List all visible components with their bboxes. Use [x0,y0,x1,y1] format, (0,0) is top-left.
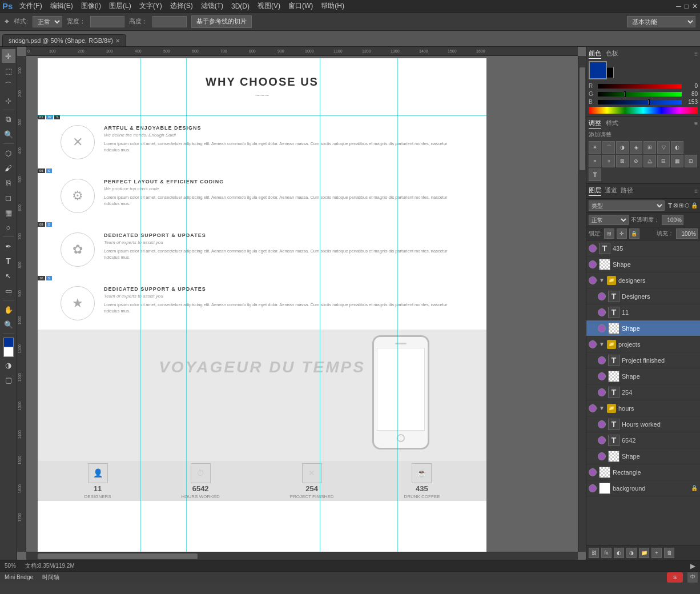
layer-visibility-shape-selected[interactable] [598,324,606,332]
layer-visibility-shape1[interactable] [589,260,597,268]
play-btn[interactable]: ▶ [690,562,695,570]
layer-type-select[interactable]: 类型 [589,200,665,211]
menu-select[interactable]: 选择(S) [167,0,196,12]
layer-item-254[interactable]: T 254 [586,384,700,400]
layer-item-shape-hours[interactable]: Shape [586,448,700,464]
adj-btn-bw[interactable]: ◐ [671,141,683,154]
layer-item-background[interactable]: background 🔒 [586,480,700,496]
clone-tool[interactable]: ⎘ [2,176,15,190]
layers-menu[interactable]: ≡ [694,188,698,194]
menu-text[interactable]: 文字(Y) [136,0,166,12]
layer-item-designers-group[interactable]: ▼ 📁 designers [586,272,700,288]
layer-item-11[interactable]: T 11 [586,304,700,320]
marquee-tool[interactable]: ⬚ [2,64,15,78]
window-close[interactable]: ✕ [692,2,698,10]
menu-filter[interactable]: 滤镜(T) [198,0,227,12]
adj-btn-exposure[interactable]: ◑ [616,141,629,154]
layer-visibility-rectangle[interactable] [589,468,597,476]
group-expand-projects[interactable]: ▼ [599,341,605,347]
canvas-scroll[interactable]: WHY CHOOSE US ~~~ 01 07 S ✕ ARTFUL & ENJ… [26,56,578,552]
adj-btn-gradient[interactable]: ▦ [671,155,683,167]
menu-edit[interactable]: 编辑(E) [47,0,77,12]
window-maximize[interactable]: □ [685,2,689,10]
layer-visibility-435[interactable] [589,244,597,252]
slice-button[interactable]: 基于参考线的切片 [191,15,252,28]
menu-file[interactable]: 文件(F) [16,0,45,12]
channels-tab[interactable]: 通道 [605,186,617,196]
layer-visibility-254[interactable] [598,388,606,396]
adj-btn-curves[interactable]: ⌒ [602,141,615,154]
adj-btn-brightness[interactable]: ☀ [589,141,601,154]
layer-visibility-project-finished[interactable] [598,356,606,364]
adj-btn-colorbalance[interactable]: ▽ [657,141,670,154]
gradient-tool[interactable]: ▦ [2,206,15,219]
adj-btn-text[interactable]: T [589,168,601,181]
menu-view[interactable]: 视图(V) [254,0,284,12]
layer-visibility-shape-hours[interactable] [598,452,606,460]
brush-tool[interactable]: 🖌 [2,161,15,175]
layer-item-hours-worked[interactable]: T Hours worked [586,416,700,432]
vertical-scrollbar[interactable] [578,56,586,552]
adj-btn-posterize[interactable]: ⧋ [643,155,656,167]
group-expand-designers[interactable]: ▼ [599,277,605,283]
group-expand-hours[interactable]: ▼ [599,405,605,411]
text-tool[interactable]: T [2,254,15,268]
adj-panel-menu[interactable]: ≡ [694,121,698,127]
menu-help[interactable]: 帮助(H) [317,0,348,12]
width-input[interactable] [90,16,124,27]
color-spectrum[interactable] [589,107,698,114]
mini-bridge-tab[interactable]: Mini Bridge [2,574,35,580]
group-btn[interactable]: 📁 [639,548,649,558]
layer-visibility-11[interactable] [598,308,606,316]
layer-visibility-projects-group[interactable] [589,340,597,348]
dodge-tool[interactable]: ○ [2,220,15,234]
adjustment-btn[interactable]: ◑ [626,548,637,558]
eyedropper-tool[interactable]: 🔍 [2,127,15,141]
layer-visibility-background[interactable] [589,484,597,492]
screen-mode[interactable]: ▢ [2,373,15,387]
layer-item-435[interactable]: T 435 [586,240,700,256]
layer-visibility-shape-projects[interactable] [598,372,606,380]
zoom-tool[interactable]: 🔍 [2,318,15,331]
horizontal-scrollbar[interactable] [26,552,578,560]
styles-tab[interactable]: 样式 [606,119,618,129]
adj-btn-threshold[interactable]: ⊟ [657,155,670,167]
layer-item-6542[interactable]: T 6542 [586,432,700,448]
shape-tool[interactable]: ▭ [2,284,15,298]
chinese-mode-indicator[interactable]: 中 [687,572,698,583]
new-layer-btn[interactable]: + [651,548,662,558]
lock-pixel-btn[interactable]: ⊞ [604,228,614,239]
layer-visibility-designers-text[interactable] [598,292,606,300]
hand-tool[interactable]: ✋ [2,303,15,316]
layer-item-shape1[interactable]: Shape [586,256,700,272]
background-color[interactable] [3,347,14,357]
patch-tool[interactable]: ⬡ [2,146,15,160]
layer-item-rectangle[interactable]: Rectangle [586,464,700,480]
menu-layer[interactable]: 图层(L) [106,0,135,12]
adj-btn-hue[interactable]: ⊞ [643,141,656,154]
mode-select[interactable]: 正常 [33,16,62,27]
timeline-tab[interactable]: 时间轴 [40,573,62,581]
paths-tab[interactable]: 路径 [621,186,633,196]
eraser-tool[interactable]: ◻ [2,191,15,204]
adj-btn-channel[interactable]: ⊠ [616,155,629,167]
menu-3d[interactable]: 3D(D) [228,1,253,11]
lasso-tool[interactable]: ⌒ [2,79,15,93]
menu-window[interactable]: 窗口(W) [285,0,316,12]
lock-pos-btn[interactable]: ✛ [617,228,627,239]
adj-btn-selective[interactable]: ⊡ [685,155,697,167]
crop-tool[interactable]: ⧉ [2,113,15,126]
swatches-tab[interactable]: 色板 [606,49,618,59]
delete-layer-btn[interactable]: 🗑 [664,548,674,558]
link-layers-btn[interactable]: ⛓ [589,548,599,558]
ime-indicator[interactable]: S [667,572,683,583]
color-tab[interactable]: 颜色 [589,49,601,59]
canvas-area[interactable]: 0 100 200 300 400 500 600 700 800 900 10… [17,47,586,560]
layer-item-hours-group[interactable]: ▼ 📁 hours [586,400,700,416]
tab-close[interactable]: ✕ [115,38,120,44]
layer-item-designers-text[interactable]: T Designers [586,288,700,304]
lock-all-btn[interactable]: 🔒 [629,228,639,239]
layer-visibility-6542[interactable] [598,436,606,444]
foreground-swatch[interactable] [589,61,607,79]
quick-mask[interactable]: ◑ [2,358,15,372]
